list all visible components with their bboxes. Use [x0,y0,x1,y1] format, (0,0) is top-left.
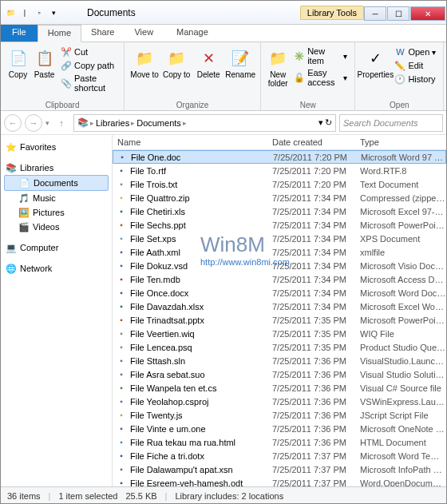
maximize-button[interactable]: ☐ [387,6,409,21]
file-icon: ▪ [115,355,128,367]
open-button[interactable]: WOpen ▾ [392,46,438,58]
column-name[interactable]: Name [113,137,272,147]
breadcrumb-libraries[interactable]: Libraries [96,118,129,128]
tab-share[interactable]: Share [81,25,125,42]
sidebar-favorites[interactable]: ⭐Favorites [4,140,109,154]
sidebar-network[interactable]: 🌐Network [4,261,109,276]
file-row[interactable]: ▪File Fiche a tri.dotx7/25/2011 7:37 PMM… [113,449,446,462]
file-row[interactable]: ▪File Chetiri.xls7/25/2011 7:34 PMMicros… [113,204,446,218]
sidebar-item-music[interactable]: 🎵Music [4,191,109,205]
qat-properties-icon[interactable]: ▫ [33,6,45,19]
file-icon: ▪ [115,342,128,353]
breadcrumb-documents[interactable]: Documents [136,118,181,128]
chevron-right-icon[interactable]: ▸ [131,119,135,127]
copypath-button[interactable]: 🔗Copy path [58,59,119,72]
file-date: 7/25/2011 7:36 PM [272,356,360,366]
file-list[interactable]: ▪File One.doc7/25/2011 7:20 PMMicrosoft … [113,150,446,486]
recent-dropdown[interactable]: ▾ [45,119,49,127]
file-row[interactable]: ▪File Twenty.js7/25/2011 7:36 PMJScript … [113,408,446,422]
file-row[interactable]: ▪File Once.docx7/25/2011 7:34 PMMicrosof… [113,286,446,300]
cut-button[interactable]: ✂️Cut [58,46,119,58]
file-row[interactable]: ▪File Ten.mdb7/25/2011 7:34 PMMicrosoft … [113,272,446,286]
back-button[interactable]: ← [4,114,22,132]
file-row[interactable]: ▪File To.rtf7/25/2011 7:20 PMWord.RTF.8 [113,164,446,177]
easyaccess-icon: 🔓 [294,72,305,83]
file-row[interactable]: ▪File Lencea.psq7/25/2011 7:35 PMProduct… [113,340,446,354]
copyto-button[interactable]: 📁Copy to [161,44,192,100]
copy-button[interactable]: 📄Copy [6,44,30,100]
history-icon: 🕐 [394,73,405,85]
tab-manage[interactable]: Manage [167,25,219,42]
file-icon: ▪ [116,152,129,163]
tab-home[interactable]: Home [38,25,81,42]
history-button[interactable]: 🕐History [392,73,438,85]
tab-view[interactable]: View [125,25,164,42]
file-date: 7/25/2011 7:34 PM [272,288,360,298]
file-date: 7/25/2011 7:34 PM [272,234,360,244]
file-icon: ▪ [115,464,128,475]
file-row[interactable]: ▪File Esreem-veh-hamesh.odt7/25/2011 7:3… [113,476,446,486]
file-row[interactable]: ▪File Davazdah.xlsx7/25/2011 7:34 PMMicr… [113,300,446,313]
file-row[interactable]: ▪File Set.xps7/25/2011 7:34 PMXPS Docume… [113,232,446,245]
edit-button[interactable]: ✏️Edit [392,59,438,72]
sidebar-item-videos[interactable]: 🎬Videos [4,220,109,234]
sidebar-item-documents[interactable]: 📄Documents [4,175,109,191]
chevron-right-icon[interactable]: ▸ [90,119,94,127]
up-button[interactable]: ↑ [53,114,70,132]
file-row[interactable]: ▪File Veertien.wiq7/25/2011 7:35 PMWIQ F… [113,327,446,340]
chevron-right-icon[interactable]: ▸ [183,119,187,127]
file-row[interactable]: ▪File Trinadtsat.pptx7/25/2011 7:35 PMMi… [113,313,446,327]
group-organize: Organize [129,100,255,110]
minimize-button[interactable]: ─ [364,6,386,21]
sidebar-item-pictures[interactable]: 🖼️Pictures [4,205,109,220]
file-type: Microsoft OneNote Section [360,424,446,434]
file-row[interactable]: ▪File Asra sebat.suo7/25/2011 7:36 PMVis… [113,367,446,381]
properties-button[interactable]: ✓Properties [360,44,390,100]
chevron-down-icon[interactable]: ▾ [318,117,323,128]
file-name: File Dokuz.vsd [130,261,272,271]
close-button[interactable]: ✕ [410,6,445,21]
file-row[interactable]: ▪File Sechs.ppt7/25/2011 7:34 PMMicrosof… [113,218,446,232]
status-selected: 1 item selected [58,491,117,501]
paste-button[interactable]: 📋Paste [32,44,57,100]
file-type: xmlfile [360,248,446,257]
forward-button[interactable]: → [25,114,42,132]
qat-dropdown-icon[interactable]: ▾ [47,6,60,19]
rename-button[interactable]: 📝Rename [225,44,255,100]
sidebar-computer[interactable]: 💻Computer [4,240,109,255]
file-row[interactable]: ▪File Vinte e um.one7/25/2011 7:36 PMMic… [113,422,446,435]
delete-button[interactable]: ✕Delete [193,44,224,100]
file-row[interactable]: ▪File Quattro.zip7/25/2011 7:34 PMCompre… [113,191,446,204]
newitem-button[interactable]: ✳️New item ▾ [291,46,350,66]
file-row[interactable]: ▪File Sttash.sln7/25/2011 7:36 PMVisualS… [113,354,446,367]
file-row[interactable]: ▪File Dalawampu't apat.xsn7/25/2011 7:37… [113,462,446,476]
file-row[interactable]: ▪File One.doc7/25/2011 7:20 PMMicrosoft … [113,150,446,164]
newfolder-icon: 📁 [267,47,289,69]
moveto-button[interactable]: 📁Move to [129,44,160,100]
search-input[interactable]: Search Documents [339,114,443,132]
file-row[interactable]: ▪File Yeolahop.csproj7/25/2011 7:36 PMVS… [113,395,446,408]
file-date: 7/25/2011 7:36 PM [272,438,360,447]
column-date[interactable]: Date created [272,137,360,147]
status-locations[interactable]: Library includes: 2 locations [175,491,283,501]
file-name: File Rua tekau ma rua.html [130,438,272,447]
sidebar-libraries[interactable]: 📚Libraries [4,161,109,175]
file-icon: ▪ [115,165,128,177]
refresh-icon[interactable]: ↻ [325,117,332,128]
file-row[interactable]: ▪File Dokuz.vsd7/25/2011 7:34 PMMicrosof… [113,259,446,272]
tab-file[interactable]: File [1,25,38,42]
file-icon: ▪ [115,396,128,407]
easyaccess-button[interactable]: 🔓Easy access ▾ [291,67,350,88]
breadcrumb[interactable]: 📚 ▸ Libraries ▸ Documents ▸ ▾ ↻ [73,114,336,132]
library-tools-tab[interactable]: Library Tools [300,6,364,20]
pasteshortcut-button[interactable]: 📎Paste shortcut [58,73,119,93]
file-row[interactable]: ▪File Rua tekau ma rua.html7/25/2011 7:3… [113,435,446,449]
file-icon: ▪ [115,328,128,339]
file-type: XPS Document [360,234,446,244]
column-type[interactable]: Type [360,137,446,147]
file-row[interactable]: ▪File Wanpela ten et.cs7/25/2011 7:36 PM… [113,381,446,395]
newfolder-button[interactable]: 📁New folder [266,44,290,100]
file-row[interactable]: ▪File Aath.xml7/25/2011 7:34 PMxmlfile [113,245,446,259]
file-row[interactable]: ▪File Trois.txt7/25/2011 7:20 PMText Doc… [113,177,446,191]
file-type: Word.OpenDocumentText.12 [360,478,446,487]
